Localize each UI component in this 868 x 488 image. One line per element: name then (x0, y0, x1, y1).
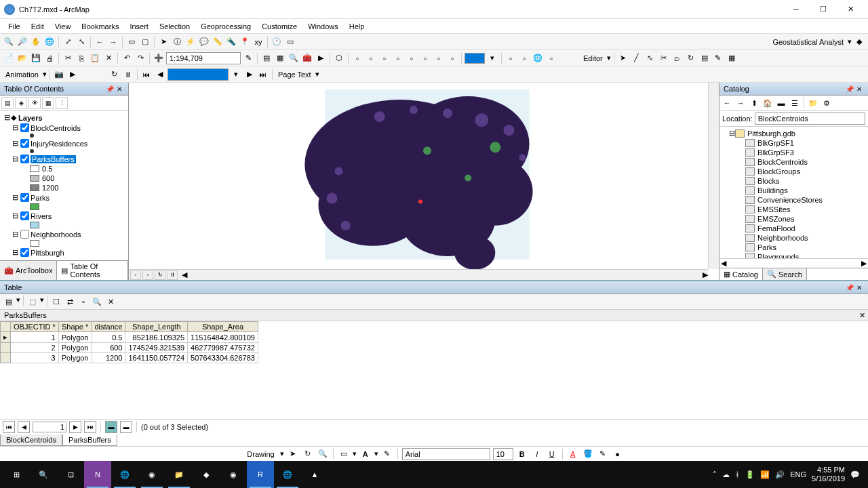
taskbar-app[interactable]: ◉ (220, 461, 247, 488)
tb-icon[interactable]: ▫ (545, 52, 557, 64)
taskbar-app-chrome[interactable]: ◉ (138, 461, 165, 488)
font-color-icon[interactable]: A (567, 448, 579, 460)
clear-selection-icon[interactable]: ▢ (139, 36, 151, 48)
last-icon[interactable]: ⏭ (257, 68, 269, 81)
close-icon[interactable]: ✕ (854, 283, 864, 292)
forward-icon[interactable]: → (734, 97, 747, 109)
start-button[interactable]: ⊞ (3, 461, 30, 488)
sketch-icon[interactable]: ✎ (712, 52, 724, 64)
prev-icon[interactable]: ◀ (154, 68, 166, 81)
catalog-hscroll[interactable]: ◀▶ (719, 258, 868, 268)
table-cell[interactable]: 462779987.475732 (188, 343, 258, 353)
toc-layer[interactable]: ⊟ParksBuffers (1, 154, 127, 164)
table-cell[interactable]: 852186.109325 (125, 332, 188, 343)
select-features-icon[interactable]: ▭ (125, 36, 138, 48)
print-icon[interactable]: 🖨 (43, 52, 56, 64)
list-by-visibility-icon[interactable]: 👁 (28, 97, 41, 109)
notifications-icon[interactable]: 💬 (850, 470, 860, 479)
home-icon[interactable]: 🏠 (762, 97, 774, 109)
reshape-icon[interactable]: ∿ (644, 52, 656, 64)
taskbar-app[interactable]: ◆ (193, 461, 220, 488)
create-viewer-icon[interactable]: ▭ (284, 36, 296, 48)
first-record-button[interactable]: ⏮ (3, 421, 15, 433)
options-icon[interactable]: ⚙ (821, 97, 833, 109)
wifi-icon[interactable]: 📶 (760, 470, 770, 479)
dropdown-icon[interactable]: ▾ (230, 68, 242, 81)
system-tray[interactable]: ˄ ☁ ᚼ 🔋 📶 🔊 ENG 4:55 PM 5/16/2019 💬 (707, 466, 865, 483)
line-color-icon[interactable]: ✎ (597, 448, 609, 460)
taskbar-app-edge[interactable]: 🌐 (111, 461, 138, 488)
toc-symbol[interactable] (1, 239, 127, 247)
table-column-header[interactable]: Shape_Area (188, 322, 258, 332)
catalog-item[interactable]: EMSZones (721, 214, 867, 224)
toc-symbol[interactable] (1, 221, 127, 229)
zoom-selected-icon[interactable]: 🔍 (91, 296, 103, 308)
identify-icon[interactable]: ⓘ (171, 36, 183, 48)
table-column-header[interactable]: Shape * (58, 322, 92, 332)
tb-icon[interactable]: ▫ (378, 52, 391, 64)
minimize-button[interactable]: ─ (783, 0, 810, 19)
zoom-icon[interactable]: 🔍 (317, 448, 329, 460)
close-table-icon[interactable]: ✕ (859, 311, 865, 320)
python-icon[interactable]: ▶ (315, 52, 327, 64)
language-indicator[interactable]: ENG (790, 470, 806, 479)
battery-icon[interactable]: 🔋 (745, 470, 755, 479)
close-icon[interactable]: ✕ (115, 84, 124, 94)
tb-icon[interactable]: ▫ (518, 52, 530, 64)
pin-icon[interactable]: 📌 (845, 84, 854, 94)
zoom-out-icon[interactable]: 🔎 (16, 36, 28, 48)
menu-selection[interactable]: Selection (154, 21, 195, 32)
tab-catalog[interactable]: ▦Catalog (719, 268, 763, 280)
table-options-icon[interactable]: ▤ (3, 296, 15, 308)
close-icon[interactable]: ✕ (854, 84, 864, 94)
menu-bookmarks[interactable]: Bookmarks (76, 21, 124, 32)
back-icon[interactable]: ← (94, 36, 106, 48)
back-icon[interactable]: ← (721, 97, 733, 109)
bold-button[interactable]: B (516, 448, 528, 460)
italic-button[interactable]: I (531, 448, 543, 460)
toggle-icon[interactable]: ▬ (775, 97, 787, 109)
editor-toolbar-icon[interactable]: ✎ (242, 52, 254, 64)
open-icon[interactable]: 📂 (16, 52, 28, 64)
capture-view-icon[interactable]: 📷 (53, 68, 65, 81)
task-view-button[interactable]: ⊡ (57, 461, 84, 488)
create-features-icon[interactable]: ▦ (726, 52, 738, 64)
table-tab-blockcentroids[interactable]: BlockCentroids (0, 434, 62, 446)
location-input[interactable] (755, 113, 865, 125)
zoom-in-icon[interactable]: 🔍 (3, 36, 15, 48)
pause-icon[interactable]: ⏸ (122, 68, 134, 81)
tb-icon[interactable]: 🌐 (532, 52, 544, 64)
table-cell[interactable]: Polygon (58, 332, 92, 343)
toc-layer[interactable]: ⊟Neighborhoods (1, 229, 127, 239)
next-icon[interactable]: ▶ (243, 68, 256, 81)
map-scale-input[interactable] (166, 52, 241, 64)
vertical-scrollbar[interactable] (708, 83, 719, 269)
color-swatch[interactable] (465, 53, 485, 64)
html-popup-icon[interactable]: 💬 (198, 36, 210, 48)
tb-icon[interactable]: ▫ (446, 52, 458, 64)
next-record-button[interactable]: ▶ (69, 421, 81, 433)
list-by-selection-icon[interactable]: ▦ (42, 97, 54, 109)
rotate-icon[interactable]: ↻ (685, 52, 697, 64)
toc-symbol[interactable] (1, 203, 127, 211)
toc-symbol[interactable]: 1200 (1, 183, 127, 192)
tb-icon[interactable]: ▫ (392, 52, 404, 64)
table-cell[interactable]: 2 (11, 343, 59, 353)
table-column-header[interactable]: Shape_Length (125, 322, 188, 332)
delete-icon[interactable]: ✕ (102, 52, 115, 64)
onedrive-icon[interactable]: ☁ (722, 470, 730, 479)
select-elements-icon[interactable]: ➤ (287, 448, 299, 460)
edit-vertices-icon[interactable]: ✎ (381, 448, 393, 460)
split-icon[interactable]: ⫐ (671, 52, 684, 64)
geostat-analyst-menu[interactable]: Geostatistical Analyst (770, 38, 846, 46)
layer-checkbox[interactable] (20, 230, 29, 239)
toc-layer[interactable]: ⊟InjuryResidences (1, 138, 127, 148)
related-tables-icon[interactable]: ⬚ (26, 296, 39, 308)
options-icon[interactable]: ⋮ (56, 97, 68, 109)
table-row[interactable]: 2Polygon6001745249.321539462779987.47573… (1, 343, 258, 353)
pin-icon[interactable]: 📌 (105, 84, 115, 94)
arctoolbox-icon[interactable]: 🧰 (301, 52, 313, 64)
tb-icon[interactable]: ▫ (433, 52, 445, 64)
catalog-item[interactable]: Parks (721, 243, 867, 252)
table-row[interactable]: 3Polygon12001641150.057724507643304.6267… (1, 353, 258, 363)
